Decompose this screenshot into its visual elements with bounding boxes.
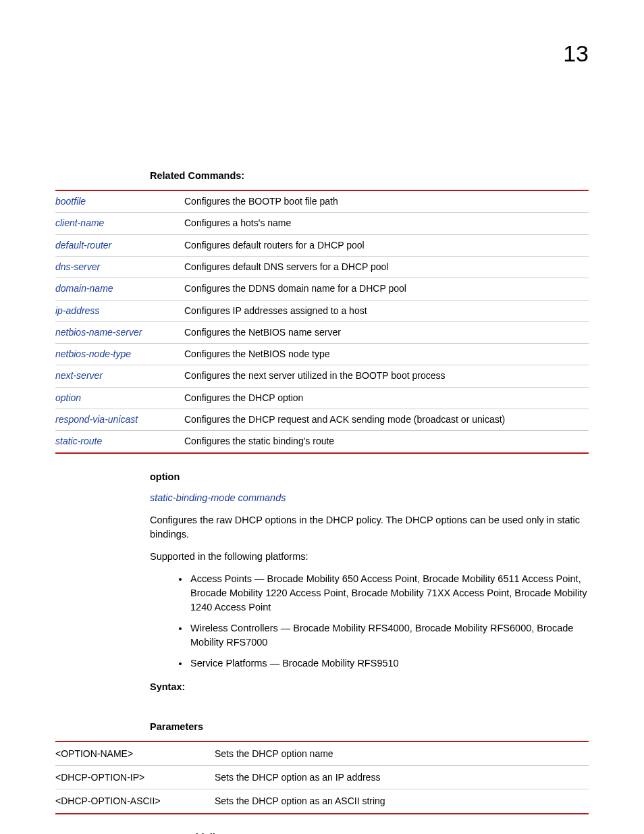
param-name: <OPTION-NAME> bbox=[55, 741, 215, 766]
option-description: Configures the raw DHCP options in the D… bbox=[150, 513, 589, 542]
table-row: client-nameConfigures a hots's name bbox=[55, 213, 589, 234]
parameters-table: <OPTION-NAME>Sets the DHCP option name<D… bbox=[55, 741, 589, 814]
table-row: <DHCP-OPTION-IP>Sets the DHCP option as … bbox=[55, 766, 589, 789]
command-link[interactable]: default-router bbox=[55, 240, 111, 251]
table-row: optionConfigures the DHCP option bbox=[55, 387, 589, 409]
heading-parameters: Parameters bbox=[150, 720, 589, 734]
related-commands-table: bootfileConfigures the BOOTP boot file p… bbox=[55, 190, 589, 454]
command-link[interactable]: domain-name bbox=[55, 283, 113, 294]
table-row: next-serverConfigures the next server ut… bbox=[55, 365, 589, 387]
command-description: Configures the DDNS domain name for a DH… bbox=[184, 278, 589, 300]
command-description: Configures the static binding's route bbox=[184, 431, 589, 453]
heading-usage-guidelines: Usage Guidelines: bbox=[150, 831, 589, 834]
command-description: Configures the DHCP request and ACK send… bbox=[184, 409, 589, 430]
table-row: ip-addressConfigures IP addresses assign… bbox=[55, 300, 589, 321]
command-link[interactable]: option bbox=[55, 392, 81, 403]
list-item: Wireless Controllers — Brocade Mobility … bbox=[189, 621, 589, 650]
param-description: Sets the DHCP option name bbox=[215, 741, 589, 766]
param-description: Sets the DHCP option as an IP address bbox=[215, 766, 589, 789]
command-description: Configures default DNS servers for a DHC… bbox=[184, 256, 589, 278]
link-static-binding-mode[interactable]: static-binding-mode commands bbox=[150, 492, 286, 503]
platforms-list: Access Points — Brocade Mobility 650 Acc… bbox=[150, 572, 589, 671]
table-row: bootfileConfigures the BOOTP boot file p… bbox=[55, 190, 589, 213]
heading-syntax: Syntax: bbox=[150, 680, 589, 694]
command-description: Configures the BOOTP boot file path bbox=[184, 190, 589, 213]
command-link[interactable]: ip-address bbox=[55, 305, 99, 316]
command-link[interactable]: dns-server bbox=[55, 261, 100, 272]
command-description: Configures the NetBIOS node type bbox=[184, 344, 589, 365]
list-item: Service Platforms — Brocade Mobility RFS… bbox=[189, 656, 589, 671]
command-description: Configures default routers for a DHCP po… bbox=[184, 234, 589, 256]
table-row: domain-nameConfigures the DDNS domain na… bbox=[55, 278, 589, 300]
command-link[interactable]: static-route bbox=[55, 436, 102, 446]
command-description: Configures the DHCP option bbox=[184, 387, 589, 409]
table-row: default-routerConfigures default routers… bbox=[55, 234, 589, 256]
command-link[interactable]: client-name bbox=[55, 217, 104, 228]
table-row: <OPTION-NAME>Sets the DHCP option name bbox=[55, 741, 589, 766]
table-row: dns-serverConfigures default DNS servers… bbox=[55, 256, 589, 278]
param-name: <DHCP-OPTION-ASCII> bbox=[55, 789, 215, 814]
table-row: respond-via-unicastConfigures the DHCP r… bbox=[55, 409, 589, 430]
command-description: Configures the NetBIOS name server bbox=[184, 321, 589, 343]
command-description: Configures a hots's name bbox=[184, 213, 589, 234]
list-item: Access Points — Brocade Mobility 650 Acc… bbox=[189, 572, 589, 615]
param-description: Sets the DHCP option as an ASCII string bbox=[215, 789, 589, 814]
command-link[interactable]: bootfile bbox=[55, 196, 86, 207]
table-row: <DHCP-OPTION-ASCII>Sets the DHCP option … bbox=[55, 789, 589, 814]
heading-option: option bbox=[150, 470, 589, 484]
table-row: static-routeConfigures the static bindin… bbox=[55, 431, 589, 453]
command-link[interactable]: next-server bbox=[55, 370, 103, 381]
table-row: netbios-name-serverConfigures the NetBIO… bbox=[55, 321, 589, 343]
command-link[interactable]: netbios-node-type bbox=[55, 348, 131, 359]
command-description: Configures the next server utilized in t… bbox=[184, 365, 589, 387]
command-description: Configures IP addresses assigned to a ho… bbox=[184, 300, 589, 321]
platforms-intro: Supported in the following platforms: bbox=[150, 550, 589, 564]
command-link[interactable]: respond-via-unicast bbox=[55, 414, 138, 425]
page-number: 13 bbox=[563, 37, 589, 70]
table-row: netbios-node-typeConfigures the NetBIOS … bbox=[55, 344, 589, 365]
param-name: <DHCP-OPTION-IP> bbox=[55, 766, 215, 789]
heading-related-commands: Related Commands: bbox=[150, 169, 589, 183]
command-link[interactable]: netbios-name-server bbox=[55, 327, 142, 338]
